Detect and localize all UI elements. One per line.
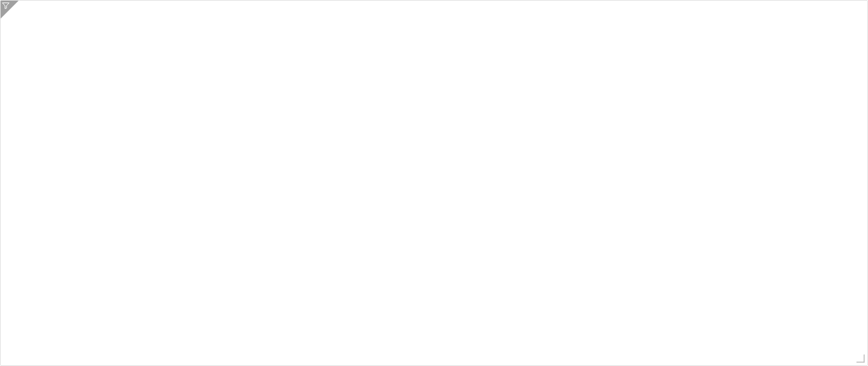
legend-item-azure[interactable] xyxy=(60,314,67,353)
chart-tile xyxy=(0,0,868,366)
legend-swatch xyxy=(60,314,62,353)
chart-plot xyxy=(19,38,851,300)
filter-icon xyxy=(2,2,10,10)
resize-handle-icon[interactable] xyxy=(856,354,865,363)
filter-corner[interactable] xyxy=(1,1,19,19)
legend-swatch xyxy=(26,314,29,353)
legend-item-kubernetes[interactable] xyxy=(26,314,34,353)
chart-legend xyxy=(26,314,67,353)
